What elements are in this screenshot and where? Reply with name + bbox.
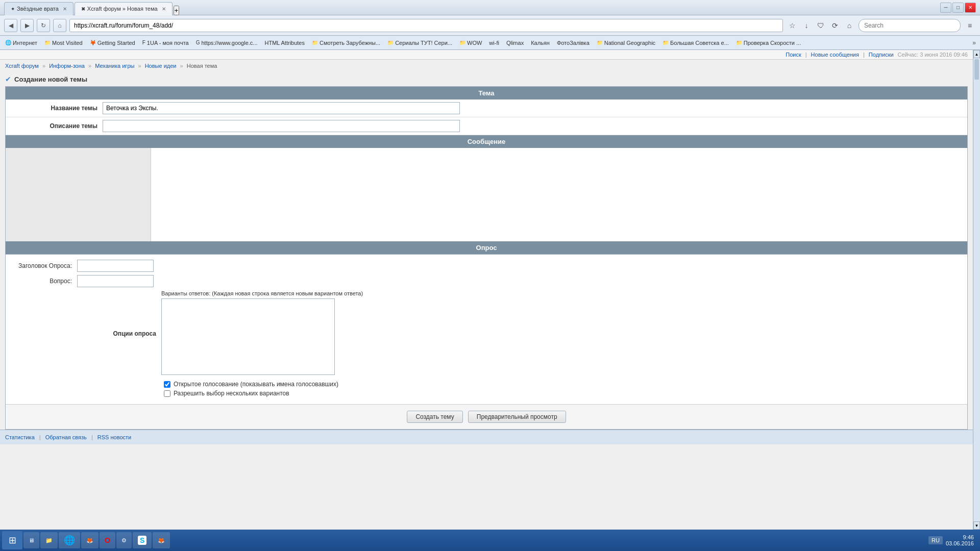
desc-input[interactable] — [103, 120, 460, 132]
start-icon: ⊞ — [9, 535, 16, 546]
tema-section-header: Тема — [6, 87, 967, 99]
tab-xcraft-new-topic[interactable]: ✖ Xcraft форум » Новая тема ✕ — [75, 2, 173, 15]
internet-icon: 🌐 — [5, 40, 11, 45]
breadcrumb-inform[interactable]: Информ-зона — [49, 63, 85, 69]
poll-options-right: Варианты ответов: (Каждая новая строка я… — [161, 290, 957, 377]
breadcrumb-ideas[interactable]: Новые идеи — [145, 63, 177, 69]
scroll-thumb[interactable] — [974, 59, 979, 80]
bookmark-skorost[interactable]: 📁 Проверка Скорости ... — [733, 39, 804, 47]
tab1-close[interactable]: ✕ — [63, 6, 67, 12]
scroll-up-arrow[interactable]: ▲ — [973, 50, 980, 58]
bookmark-serialy[interactable]: 📁 Сериалы ТУТ! Сери... — [384, 39, 455, 47]
title-row: Название темы — [6, 99, 967, 117]
bookmark-smotret-label: Смотреть Зарубежны... — [320, 40, 380, 46]
forward-button[interactable]: ▶ — [20, 19, 34, 32]
footer-rss-link[interactable]: RSS новости — [97, 434, 131, 440]
start-button[interactable]: ⊞ — [2, 531, 22, 549]
browser-frame: ✦ Звёздные врата ✕ ✖ Xcraft форум » Нова… — [0, 0, 980, 551]
bookmark-fotozalivka-label: ФотоЗалiвка — [557, 40, 590, 46]
most-visited-icon: 📁 — [44, 40, 51, 45]
bookmark-natgeo[interactable]: 📁 National Geographic — [594, 39, 658, 47]
title-input[interactable] — [103, 102, 460, 114]
buttons-row: Создать тему Предварительный просмотр — [6, 404, 967, 429]
reload-button[interactable]: ↻ — [37, 19, 50, 32]
poll-options-section: Опции опроса Варианты ответов: (Каждая н… — [16, 290, 957, 377]
maximize-button[interactable]: □ — [952, 3, 964, 13]
bookmark-kalyan[interactable]: Кальян — [528, 39, 553, 47]
getting-started-icon: 🦊 — [90, 40, 96, 45]
search-input[interactable] — [859, 19, 961, 32]
checkbox1-row: Открытое голосование (показывать имена г… — [164, 381, 957, 388]
footer-feedback-link[interactable]: Обратная связь — [45, 434, 87, 440]
folder-icon: 📁 — [45, 537, 53, 544]
bookmark-wifi-label: wi-fi — [489, 40, 499, 46]
star-icon[interactable]: ☆ — [786, 19, 798, 32]
search-link[interactable]: Поиск — [786, 52, 801, 58]
minimize-button[interactable]: ─ — [940, 3, 951, 13]
checkbox1-open-voting[interactable] — [164, 381, 170, 388]
poll-question-label: Вопрос: — [16, 278, 77, 285]
bookmark-most-visited[interactable]: 📁 Most Visited — [41, 39, 86, 47]
scrollbar[interactable]: ▲ ▼ — [973, 50, 980, 530]
checkbox2-multiple[interactable] — [164, 390, 170, 397]
bookmark-most-visited-label: Most Visited — [52, 40, 83, 46]
bolshaya-icon: 📁 — [663, 40, 669, 45]
editor-main — [151, 148, 967, 241]
breadcrumb: Xcraft форум » Информ-зона » Механика иг… — [0, 60, 973, 72]
url-input[interactable] — [69, 19, 783, 32]
new-messages-link[interactable]: Новые сообщения — [811, 52, 859, 58]
breadcrumb-xcraft[interactable]: Xcraft форум — [5, 63, 39, 69]
taskbar-app-folder[interactable]: 📁 — [40, 532, 58, 548]
bookmarks-more-button[interactable]: » — [970, 38, 978, 47]
download-icon[interactable]: ↓ — [800, 19, 813, 32]
bookmark-google-label: https://www.google.c... — [201, 40, 257, 46]
bookmark-internet[interactable]: 🌐 Интернет — [2, 39, 40, 47]
poll-question-input[interactable] — [77, 275, 154, 287]
bookmark-getting-started[interactable]: 🦊 Getting Started — [87, 39, 138, 47]
home-button[interactable]: ⌂ — [53, 19, 66, 32]
menu-icon[interactable]: ≡ — [964, 19, 976, 32]
tab-zvezdnye-vrata[interactable]: ✦ Звёздные врата ✕ — [4, 2, 74, 15]
tab2-close[interactable]: ✕ — [162, 6, 166, 12]
preview-button[interactable]: Предварительный просмотр — [468, 411, 566, 423]
taskbar-app-settings[interactable]: ⚙ — [116, 532, 132, 548]
footer-stats-link[interactable]: Статистика — [5, 434, 35, 440]
bookmark-qlimax[interactable]: Qlimax — [503, 39, 527, 47]
message-editor[interactable] — [151, 148, 967, 240]
desc-row: Описание темы — [6, 117, 967, 135]
bookmark-wow[interactable]: 📁 WOW — [456, 39, 485, 47]
scroll-down-arrow[interactable]: ▼ — [973, 521, 980, 530]
subscriptions-link[interactable]: Подписки — [869, 52, 894, 58]
bookmark-bolshaya[interactable]: 📁 Большая Советска е... — [659, 39, 732, 47]
taskbar: ⊞ 🖥 📁 🌐 🦊 O ⚙ S 🦊 RU 9:46 03 — [0, 530, 980, 551]
taskbar-app-skype[interactable]: S — [133, 532, 152, 548]
create-topic-button[interactable]: Создать тему — [407, 411, 462, 423]
bookmark-google[interactable]: G https://www.google.c... — [193, 39, 261, 47]
taskbar-app-firefox[interactable]: 🦊 — [81, 532, 99, 548]
refresh-icon[interactable]: ⟳ — [829, 19, 841, 32]
bookmark-wow-label: WOW — [467, 40, 482, 46]
close-button[interactable]: ✕ — [965, 3, 976, 13]
bookmark-wifi[interactable]: wi-fi — [486, 39, 502, 47]
bookmark-smotret[interactable]: 📁 Смотреть Зарубежны... — [309, 39, 383, 47]
bookmark-1ua[interactable]: F 1UA - моя почта — [139, 39, 192, 47]
poll-section: Заголовок Опроса: Вопрос: Опции опроса — [6, 254, 967, 404]
checkbox1-label[interactable]: Открытое голосование (показывать имена г… — [174, 381, 338, 388]
shield-icon[interactable]: 🛡 — [815, 19, 827, 32]
taskbar-app-firefox2[interactable]: 🦊 — [153, 532, 170, 548]
poll-options-textarea[interactable] — [161, 298, 335, 375]
poll-title-input[interactable] — [77, 260, 154, 272]
back-button[interactable]: ◀ — [4, 19, 17, 32]
smotret-icon: 📁 — [312, 40, 318, 45]
taskbar-app-chrome[interactable]: 🌐 — [59, 532, 80, 548]
firefox-icon: 🦊 — [86, 537, 93, 544]
taskbar-app-explorer[interactable]: 🖥 — [23, 532, 39, 548]
bookmark-fotozalivka[interactable]: ФотоЗалiвка — [554, 39, 593, 47]
window-controls: ─ □ ✕ — [940, 3, 976, 13]
bookmark-html[interactable]: HTML Attributes — [262, 39, 308, 47]
taskbar-app-opera[interactable]: O — [100, 532, 115, 548]
checkbox2-label[interactable]: Разрешить выбор нескольких вариантов — [174, 390, 289, 397]
new-tab-button[interactable]: + — [174, 6, 180, 15]
home2-icon[interactable]: ⌂ — [843, 19, 855, 32]
breadcrumb-mech[interactable]: Механика игры — [95, 63, 134, 69]
